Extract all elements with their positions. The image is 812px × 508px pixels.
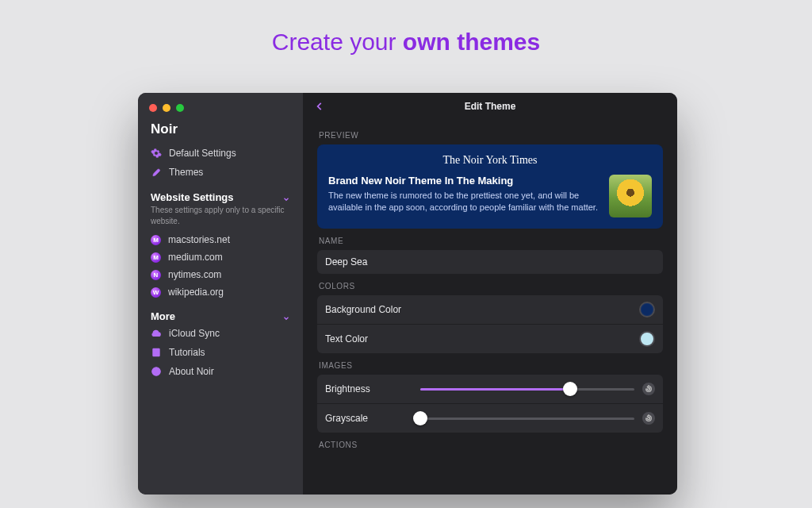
close-window-button[interactable] xyxy=(149,104,157,112)
sidebar-site-medium[interactable]: M medium.com xyxy=(138,248,303,266)
app-title: Noir xyxy=(138,121,303,144)
gear-icon xyxy=(151,148,162,159)
section-subtitle: These settings apply only to a specific … xyxy=(138,205,303,231)
grayscale-reset-button[interactable] xyxy=(642,412,655,425)
text-color-swatch[interactable] xyxy=(639,331,655,347)
sidebar-section-more[interactable]: More xyxy=(138,301,303,324)
sidebar-item-label: Themes xyxy=(169,167,203,178)
sidebar-item-tutorials[interactable]: Tutorials xyxy=(138,343,303,362)
site-favicon: M xyxy=(151,235,161,245)
sidebar: Noir Default Settings Themes Website Set… xyxy=(138,93,303,495)
sidebar-site-macstories[interactable]: M macstories.net xyxy=(138,231,303,248)
sidebar-item-label: iCloud Sync xyxy=(169,328,220,339)
zoom-window-button[interactable] xyxy=(176,104,184,112)
background-color-row[interactable]: Background Color xyxy=(317,295,663,324)
chevron-down-icon xyxy=(282,194,290,202)
top-bar: Edit Theme xyxy=(303,93,677,120)
brightness-row: Brightness xyxy=(317,375,663,403)
row-label: Grayscale xyxy=(325,413,412,424)
site-label: medium.com xyxy=(168,252,223,263)
sidebar-item-default-settings[interactable]: Default Settings xyxy=(138,144,303,163)
info-icon xyxy=(151,366,162,377)
site-label: wikipedia.org xyxy=(168,287,224,298)
hero-text-bold: own themes xyxy=(403,29,540,55)
section-title: More xyxy=(151,310,175,322)
hero-text-prefix: Create your xyxy=(272,29,403,55)
window-controls xyxy=(138,101,303,121)
preview-thumbnail xyxy=(609,175,652,217)
preview-body: The new theme is rumored to be the prett… xyxy=(328,190,599,214)
background-color-swatch[interactable] xyxy=(639,302,655,318)
sidebar-item-label: Tutorials xyxy=(169,347,205,358)
section-label-preview: PREVIEW xyxy=(319,131,663,140)
preview-headline: Brand New Noir Theme In The Making xyxy=(328,175,599,187)
section-label-colors: COLORS xyxy=(319,282,663,291)
main-panel: Edit Theme PREVIEW The Noir York Times B… xyxy=(303,93,677,495)
main-scroll[interactable]: PREVIEW The Noir York Times Brand New No… xyxy=(303,120,677,495)
paint-icon xyxy=(151,167,162,178)
back-button[interactable] xyxy=(312,101,327,112)
site-favicon: N xyxy=(151,270,161,280)
sidebar-item-about[interactable]: About Noir xyxy=(138,362,303,381)
sidebar-section-website-settings[interactable]: Website Settings xyxy=(138,182,303,205)
sidebar-item-icloud-sync[interactable]: iCloud Sync xyxy=(138,324,303,343)
chevron-down-icon xyxy=(282,313,290,321)
grayscale-slider[interactable] xyxy=(420,410,634,426)
sidebar-site-wikipedia[interactable]: W wikipedia.org xyxy=(138,283,303,301)
section-label-name: NAME xyxy=(319,237,663,245)
book-icon xyxy=(151,347,162,358)
app-window: Noir Default Settings Themes Website Set… xyxy=(138,93,677,495)
theme-preview: The Noir York Times Brand New Noir Theme… xyxy=(317,144,663,229)
brightness-slider[interactable] xyxy=(420,381,634,397)
section-label-actions: ACTIONS xyxy=(319,441,663,449)
brightness-reset-button[interactable] xyxy=(642,383,655,395)
sidebar-item-themes[interactable]: Themes xyxy=(138,163,303,182)
text-color-row[interactable]: Text Color xyxy=(317,324,663,353)
row-label: Background Color xyxy=(325,304,401,315)
cloud-icon xyxy=(151,328,162,339)
hero-banner: Create your own themes xyxy=(0,0,812,56)
site-label: nytimes.com xyxy=(168,269,221,280)
section-label-images: IMAGES xyxy=(319,361,663,370)
sidebar-item-label: Default Settings xyxy=(169,148,236,159)
row-label: Text Color xyxy=(325,333,368,344)
theme-name-input[interactable] xyxy=(317,250,663,274)
page-title: Edit Theme xyxy=(303,101,677,112)
site-label: macstories.net xyxy=(168,234,230,245)
site-favicon: M xyxy=(151,252,161,263)
row-label: Brightness xyxy=(325,383,412,394)
grayscale-row: Grayscale xyxy=(317,403,663,433)
sidebar-item-label: About Noir xyxy=(169,366,214,377)
site-favicon: W xyxy=(151,287,161,298)
preview-brand: The Noir York Times xyxy=(328,154,652,167)
sidebar-site-nytimes[interactable]: N nytimes.com xyxy=(138,266,303,283)
minimize-window-button[interactable] xyxy=(163,104,170,112)
section-title: Website Settings xyxy=(151,191,234,203)
